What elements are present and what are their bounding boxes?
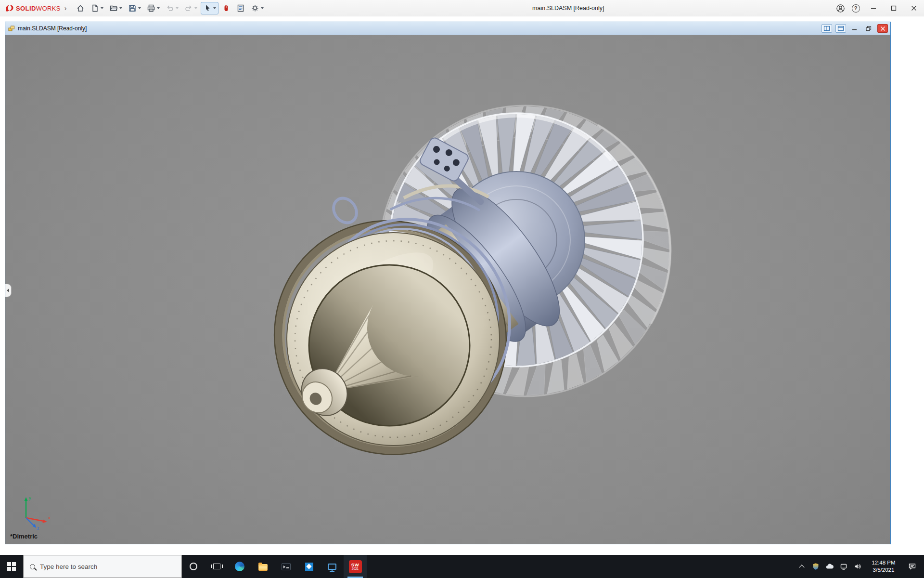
task-view-icon (213, 564, 220, 569)
viewport-3d[interactable]: y x z *Dimetric (5, 35, 890, 544)
edge-button[interactable] (228, 555, 251, 578)
new-document-button[interactable] (88, 2, 106, 14)
app-workspace: main.SLDASM [Read-only] (0, 16, 924, 555)
document-window: main.SLDASM [Read-only] (5, 22, 891, 544)
action-center-button[interactable] (903, 555, 921, 578)
document-titlebar[interactable]: main.SLDASM [Read-only] (5, 22, 890, 35)
assembly-document-icon (8, 25, 15, 32)
options-dropdown[interactable] (261, 7, 264, 9)
sw-badge-year: 2021 (352, 567, 359, 571)
save-dropdown[interactable] (138, 7, 141, 9)
task-view-button[interactable] (205, 555, 228, 578)
view-orientation-label: *Dimetric (10, 533, 38, 540)
document-restore-button[interactable] (863, 24, 874, 33)
doc-restore-icon (866, 26, 872, 31)
engine-model-3d (5, 35, 890, 544)
options-button[interactable] (248, 2, 266, 14)
document-minimize-button[interactable] (849, 24, 860, 33)
new-window-button[interactable] (835, 24, 846, 33)
search-placeholder-text: Type here to search (40, 563, 97, 570)
open-dropdown[interactable] (119, 7, 122, 9)
app-titlebar[interactable]: SOLIDWORKS › (0, 0, 924, 16)
redo-dropdown[interactable] (194, 7, 197, 9)
minimize-icon (871, 5, 876, 11)
help-icon: ? (852, 4, 860, 13)
network-button[interactable] (836, 555, 850, 578)
quick-access-toolbar (74, 2, 266, 14)
document-title: main.SLDASM [Read-only] (18, 25, 87, 32)
hidden-icons-button[interactable] (795, 555, 808, 578)
onedrive-cloud-icon (825, 563, 834, 570)
help-button[interactable]: ? (848, 0, 863, 16)
windows-logo-icon (7, 562, 16, 571)
cortana-button[interactable] (182, 555, 205, 578)
print-icon (147, 4, 155, 13)
window-split-icon (823, 26, 830, 31)
menu-expand-chevron[interactable]: › (61, 4, 71, 12)
onedrive-button[interactable] (822, 555, 836, 578)
cortana-icon (190, 563, 197, 570)
triad-x-label: x (48, 515, 51, 520)
brand-text-works: WORKS (36, 5, 61, 12)
photos-button[interactable] (297, 555, 321, 578)
account-icon (836, 4, 845, 13)
file-explorer-button[interactable] (251, 555, 274, 578)
close-button[interactable] (904, 0, 924, 16)
undo-dropdown[interactable] (176, 7, 179, 9)
mouse-gestures-button[interactable] (219, 2, 233, 14)
select-dropdown[interactable] (213, 7, 216, 9)
minimize-button[interactable] (863, 0, 884, 16)
redo-icon (184, 4, 193, 13)
triad-y-label: y (29, 496, 31, 500)
chevron-up-icon (799, 565, 804, 570)
save-button[interactable] (126, 2, 143, 14)
show-window-preview-button[interactable] (821, 24, 832, 33)
clock-date: 3/5/2021 (864, 566, 903, 574)
gear-icon (251, 4, 259, 13)
account-button[interactable] (833, 0, 848, 16)
solidworks-taskbar-button[interactable]: SW 2021 (344, 555, 367, 578)
print-button[interactable] (144, 2, 162, 14)
save-icon (128, 4, 137, 13)
photos-icon (305, 563, 313, 571)
volume-icon (854, 563, 861, 570)
monitor-app-button[interactable] (321, 555, 344, 578)
document-close-button[interactable] (877, 24, 888, 33)
edge-icon (235, 562, 244, 571)
network-icon (840, 563, 847, 570)
open-button[interactable] (107, 2, 125, 14)
triad-z-label: z (37, 526, 39, 530)
mouse-gestures-icon (222, 4, 231, 13)
undo-icon (166, 4, 174, 13)
file-explorer-icon (258, 564, 268, 571)
redo-button[interactable] (182, 2, 200, 14)
home-button[interactable] (74, 2, 87, 14)
home-icon (76, 4, 85, 13)
solidworks-app: SOLIDWORKS › (0, 0, 924, 578)
taskbar-search[interactable]: Type here to search (23, 555, 182, 578)
search-icon (30, 564, 35, 569)
command-prompt-button[interactable] (274, 555, 297, 578)
app-window-controls: ? (833, 0, 924, 16)
file-properties-icon (236, 4, 245, 13)
window-icon (837, 26, 844, 31)
new-document-dropdown[interactable] (101, 7, 103, 9)
monitor-app-icon (328, 564, 336, 570)
taskbar-clock[interactable]: 12:48 PM 3/5/2021 (864, 559, 903, 574)
security-shield-button[interactable] (808, 555, 822, 578)
print-dropdown[interactable] (157, 7, 160, 9)
maximize-button[interactable] (884, 0, 904, 16)
solidworks-logo: SOLIDWORKS (4, 3, 61, 13)
close-icon (911, 5, 917, 11)
volume-button[interactable] (850, 555, 864, 578)
new-document-icon (90, 4, 99, 13)
file-properties-button[interactable] (234, 2, 247, 14)
orientation-triad: y x z (18, 493, 55, 530)
undo-button[interactable] (163, 2, 181, 14)
feature-tree-collapse-tab[interactable] (5, 284, 12, 297)
action-center-icon (908, 563, 916, 570)
windows-taskbar: Type here to search SW 2021 (0, 555, 924, 578)
start-button[interactable] (0, 555, 23, 578)
select-button[interactable] (201, 2, 218, 14)
brand-text-solid: SOLID (16, 5, 36, 12)
